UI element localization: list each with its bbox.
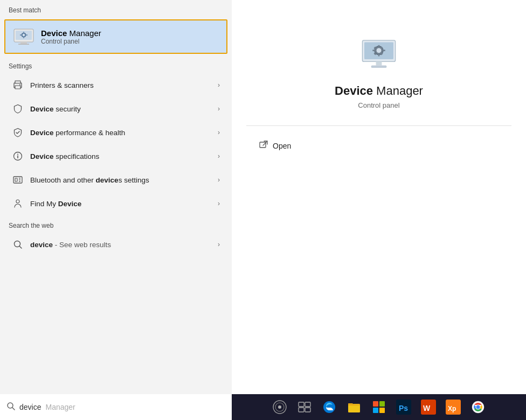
svg-rect-17 (13, 177, 22, 183)
best-match-subtitle: Control panel (41, 38, 101, 45)
taskbar-photoshop[interactable]: Ps (392, 396, 415, 418)
app-icon-container (352, 32, 406, 75)
list-item-printers[interactable]: Printers & scanners › (4, 74, 227, 96)
web-search-item[interactable]: device - See web results › (4, 233, 227, 256)
svg-rect-12 (15, 86, 20, 89)
right-panel: Device Manager Control panel Open (232, 0, 526, 398)
svg-rect-46 (305, 402, 310, 407)
svg-rect-6 (23, 32, 24, 33)
best-match-text: Device Manager Control panel (41, 29, 101, 45)
device-manager-icon (13, 26, 34, 47)
svg-rect-27 (371, 66, 387, 68)
web-search-text: device - See web results (30, 241, 218, 249)
divider (246, 125, 511, 126)
best-match-item[interactable]: Device Manager Control panel (4, 19, 227, 54)
svg-rect-9 (26, 34, 27, 36)
taskbar-file-explorer[interactable] (343, 396, 365, 418)
svg-rect-26 (376, 61, 382, 65)
list-item-performance[interactable]: Device performance & health › (4, 121, 227, 144)
taskbar-task-view[interactable] (293, 396, 316, 418)
open-icon (259, 140, 268, 152)
web-search-label: Search the web (0, 215, 232, 233)
svg-rect-45 (299, 402, 304, 407)
svg-rect-47 (299, 408, 304, 412)
taskbar-search-placeholder: Manager (45, 403, 75, 411)
svg-rect-11 (15, 81, 20, 83)
svg-point-44 (278, 405, 281, 409)
list-item-findmy[interactable]: Find My Device › (4, 192, 227, 215)
person-icon (12, 198, 24, 209)
svg-rect-15 (17, 156, 18, 159)
settings-label: Settings (0, 56, 232, 73)
list-item-security[interactable]: Device security › (4, 97, 227, 120)
best-match-label: Best match (0, 0, 232, 17)
svg-rect-53 (373, 408, 378, 413)
shield-check-icon (12, 127, 24, 138)
taskbar-edge-icon[interactable] (318, 396, 341, 418)
list-item-bluetooth[interactable]: Bluetooth and other devices settings › (4, 169, 227, 191)
findmy-arrow: › (218, 200, 220, 207)
security-arrow: › (218, 105, 220, 113)
svg-text:W: W (423, 404, 431, 412)
svg-rect-30 (378, 45, 380, 48)
svg-rect-48 (305, 408, 310, 412)
app-right-subtitle: Control panel (358, 101, 399, 109)
performance-arrow: › (218, 129, 220, 136)
bluetooth-icon (12, 174, 24, 186)
best-match-title: Device Manager (41, 29, 101, 38)
svg-rect-7 (23, 37, 24, 38)
specifications-arrow: › (218, 152, 220, 160)
specifications-label: Device specifications (30, 152, 218, 160)
taskbar: deviceManager (0, 394, 526, 420)
svg-text:Ps: Ps (399, 404, 408, 412)
search-web-icon (12, 239, 24, 250)
list-item-specifications[interactable]: Device specifications › (4, 145, 227, 167)
taskbar-search-icon (6, 402, 15, 412)
open-label: Open (273, 142, 291, 150)
svg-rect-38 (260, 142, 266, 148)
taskbar-cortana-button[interactable] (268, 396, 291, 418)
printers-label: Printers & scanners (30, 81, 218, 89)
app-right-title: Device Manager (335, 84, 423, 98)
taskbar-search-query: device (19, 403, 41, 411)
svg-line-41 (12, 408, 15, 410)
svg-rect-52 (379, 401, 385, 407)
taskbar-chrome[interactable] (467, 396, 489, 418)
bluetooth-label: Bluetooth and other devices settings (30, 176, 218, 184)
taskbar-xampp[interactable]: Xp (442, 396, 465, 418)
svg-point-16 (17, 154, 18, 155)
shield-icon (12, 103, 24, 115)
svg-rect-33 (383, 50, 385, 51)
svg-rect-31 (378, 54, 380, 57)
taskbar-store[interactable] (368, 396, 390, 418)
bluetooth-arrow: › (218, 176, 220, 184)
taskbar-icons: Ps W Xp (232, 394, 526, 420)
web-search-arrow: › (218, 241, 220, 248)
svg-point-13 (19, 85, 20, 86)
svg-rect-2 (20, 42, 27, 44)
svg-text:Xp: Xp (448, 405, 456, 412)
svg-line-23 (19, 246, 22, 248)
info-icon (12, 150, 24, 162)
svg-point-5 (23, 34, 25, 36)
printer-icon (12, 79, 24, 91)
left-panel: Best match Device Manager Control (0, 0, 232, 398)
svg-point-29 (377, 48, 382, 53)
open-button[interactable]: Open (253, 137, 296, 155)
svg-rect-51 (373, 401, 378, 407)
svg-point-64 (476, 405, 480, 409)
taskbar-search[interactable]: deviceManager (0, 394, 232, 420)
svg-rect-54 (379, 408, 385, 413)
security-label: Device security (30, 105, 218, 113)
taskbar-office[interactable]: W (417, 396, 440, 418)
findmy-label: Find My Device (30, 200, 218, 208)
svg-rect-32 (372, 50, 375, 51)
svg-rect-3 (18, 44, 29, 45)
performance-label: Device performance & health (30, 129, 218, 137)
app-large-icon (359, 34, 398, 73)
printers-arrow: › (218, 81, 220, 89)
svg-rect-18 (15, 178, 17, 181)
svg-rect-8 (20, 34, 22, 36)
